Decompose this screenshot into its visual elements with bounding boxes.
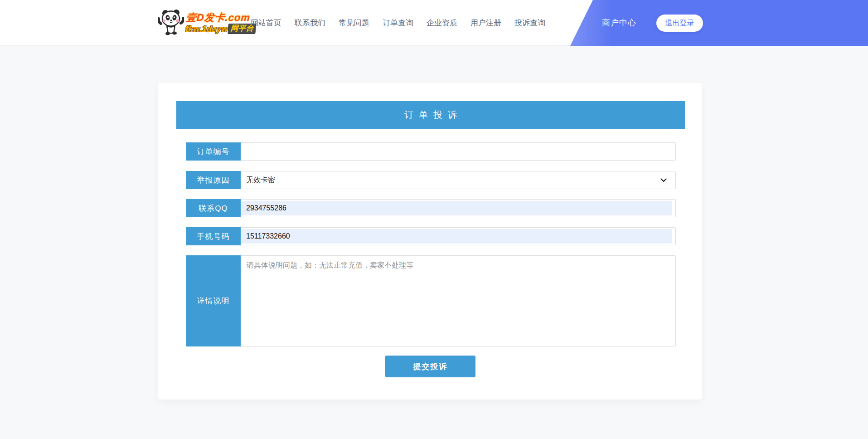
detail-textarea[interactable] bbox=[241, 256, 675, 346]
complaint-card: 订单投诉 订单编号 举报原因 无效卡密 bbox=[158, 82, 702, 400]
logout-button[interactable]: 退出登录 bbox=[656, 15, 703, 32]
form-title: 订单投诉 bbox=[404, 110, 462, 120]
brand-domain: fkw.1dzyw bbox=[185, 24, 228, 34]
order-no-label: 订单编号 bbox=[186, 142, 241, 161]
brand-text: 壹D发卡.com fkw.1dzyw 网平台 bbox=[185, 12, 257, 34]
qq-label: 联系QQ bbox=[186, 199, 241, 217]
chevron-down-icon bbox=[660, 176, 667, 184]
nav-link-register[interactable]: 用户注册 bbox=[470, 18, 501, 28]
site-logo[interactable]: 壹D发卡.com fkw.1dzyw 网平台 bbox=[158, 8, 256, 38]
form-row-reason: 举报原因 无效卡密 bbox=[186, 171, 676, 189]
merchant-panel: 商户中心 退出登录 bbox=[570, 0, 868, 46]
nav-link-complaint-query[interactable]: 投诉查询 bbox=[514, 18, 545, 28]
nav-link-contact[interactable]: 联系我们 bbox=[295, 18, 325, 28]
nav-link-credential[interactable]: 企业资质 bbox=[427, 18, 457, 28]
form-row-detail: 详情说明 bbox=[186, 255, 676, 346]
form-row-qq: 联系QQ bbox=[186, 199, 676, 217]
nav-link-order-query[interactable]: 订单查询 bbox=[383, 18, 413, 28]
form-row-order-no: 订单编号 bbox=[186, 142, 676, 161]
report-reason-value: 无效卡密 bbox=[246, 176, 275, 185]
brand-title: 壹D发卡.com bbox=[186, 12, 257, 23]
form-title-bar: 订单投诉 bbox=[176, 101, 685, 129]
submit-complaint-button[interactable]: 提交投诉 bbox=[385, 356, 475, 377]
navbar: 壹D发卡.com fkw.1dzyw 网平台 网站首页 联系我们 常见问题 订单… bbox=[0, 0, 868, 46]
report-reason-select[interactable]: 无效卡密 bbox=[241, 171, 675, 189]
form-row-phone: 手机号码 bbox=[186, 227, 676, 245]
main-nav: 网站首页 联系我们 常见问题 订单查询 企业资质 用户注册 投诉查询 bbox=[251, 0, 545, 45]
phone-input[interactable] bbox=[241, 229, 672, 244]
nav-link-faq[interactable]: 常见问题 bbox=[339, 18, 369, 28]
phone-label: 手机号码 bbox=[186, 227, 241, 245]
panda-mascot-icon bbox=[158, 8, 184, 38]
detail-label: 详情说明 bbox=[186, 255, 241, 346]
order-no-input[interactable] bbox=[241, 143, 675, 160]
reason-label: 举报原因 bbox=[186, 171, 241, 189]
merchant-center-link[interactable]: 商户中心 bbox=[602, 0, 636, 46]
nav-link-home[interactable]: 网站首页 bbox=[251, 18, 281, 28]
qq-input[interactable] bbox=[241, 201, 672, 215]
